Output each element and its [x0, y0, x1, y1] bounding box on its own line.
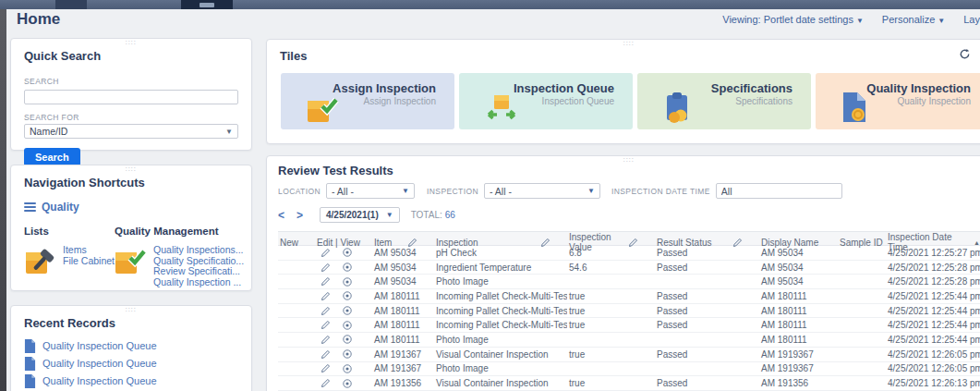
- eye-icon[interactable]: [342, 320, 353, 331]
- inspection-select[interactable]: - All - ▼: [484, 183, 600, 199]
- pencil-icon[interactable]: [732, 238, 743, 248]
- cell-inspection-date-time: 4/25/2021 12:25:28 pm: [886, 276, 980, 287]
- chevron-right-icon[interactable]: >: [296, 209, 315, 222]
- column-header-edit-view[interactable]: Edit | View: [315, 238, 372, 248]
- column-header-label: Sample ID: [840, 238, 883, 248]
- column-header-item[interactable]: Item: [372, 238, 434, 248]
- quality-root-link[interactable]: Quality: [42, 201, 79, 214]
- tile-assign-inspection[interactable]: Assign InspectionAssign Inspection: [281, 73, 454, 129]
- nav-shortcut-link-review-specificati[interactable]: Review Specificati...: [153, 266, 244, 277]
- tile-subtitle: Inspection Queue: [514, 96, 614, 106]
- personalize-menu[interactable]: Personalize▼: [882, 14, 945, 25]
- cell-display-name: AM 95034: [759, 248, 838, 258]
- date-page-value: 4/25/2021(1): [326, 210, 379, 220]
- total-count: TOTAL:66: [411, 210, 455, 220]
- eye-icon[interactable]: [342, 262, 353, 273]
- tiles-portlet: ∷∷ Tiles Assign InspectionAssign Inspect…: [266, 39, 980, 144]
- refresh-icon[interactable]: [959, 48, 971, 60]
- pencil-icon[interactable]: [321, 291, 331, 301]
- eye-icon[interactable]: [342, 290, 353, 301]
- search-input[interactable]: [24, 90, 238, 104]
- portlet-drag-handle[interactable]: ∷∷: [126, 40, 137, 47]
- table-row: AM 95034Ingredient Temperature54.6Passed…: [278, 261, 980, 275]
- results-table: NewEdit | ViewItemInspectionInspection V…: [278, 231, 980, 391]
- nav-shortcut-link-items[interactable]: Items: [63, 245, 115, 256]
- tile-subtitle: Quality Inspection: [866, 96, 971, 106]
- chevron-left-icon[interactable]: <: [278, 209, 296, 222]
- cell-inspection-value: 54.6: [567, 263, 655, 273]
- cell-result-status: Passed: [655, 378, 759, 388]
- pencil-icon[interactable]: [321, 276, 331, 287]
- table-row: AM 180111Incoming Pallet Check-Multi-Tes…: [278, 289, 980, 304]
- tile-inspection-queue[interactable]: Inspection QueueInspection Queue: [459, 73, 633, 129]
- pencil-icon[interactable]: [321, 363, 331, 373]
- search-for-select[interactable]: Name/ID ▼: [24, 124, 238, 139]
- search-button[interactable]: Search: [24, 148, 80, 166]
- cell-inspection-date-time: 4/25/2021 12:26:13 pm: [886, 378, 980, 388]
- nav-shortcut-group-quality-management: Quality ManagementQuality Inspections...…: [115, 226, 244, 287]
- eye-icon[interactable]: [342, 334, 353, 345]
- recent-record-link[interactable]: Quality Inspection Queue: [42, 375, 157, 387]
- portlet-drag-handle[interactable]: ∷∷: [623, 41, 635, 48]
- clipboard-coins-icon: [663, 92, 693, 123]
- table-row: AM 180111Incoming Pallet Check-Multi-Tes…: [278, 304, 980, 319]
- column-header-inspection[interactable]: Inspection: [434, 238, 567, 248]
- eye-icon[interactable]: [342, 276, 353, 287]
- cell-result-status: Passed: [655, 306, 759, 316]
- cell-inspection: Photo Image: [434, 276, 567, 287]
- column-header-new[interactable]: New: [278, 238, 315, 248]
- eye-icon[interactable]: [342, 363, 353, 374]
- chevron-down-icon: ▼: [856, 17, 864, 25]
- column-header-label: New: [280, 238, 298, 248]
- cell-result-status: Passed: [655, 291, 759, 301]
- portlet-drag-handle[interactable]: ∷∷: [126, 307, 137, 314]
- nav-shortcut-link-quality-inspection[interactable]: Quality Inspection ...: [153, 277, 244, 288]
- column-header-display-name[interactable]: Display Name: [759, 238, 838, 248]
- recent-record-link[interactable]: Quality Inspection Queue: [42, 340, 157, 352]
- recent-record-link[interactable]: Quality Inspection Queue: [42, 358, 157, 370]
- top-navigation-bar: [0, 0, 980, 9]
- date-page-select[interactable]: 4/25/2021(1) ▼: [320, 207, 400, 223]
- pencil-icon[interactable]: [407, 238, 417, 248]
- portlet-drag-handle[interactable]: ∷∷: [623, 157, 635, 165]
- column-header-result-status[interactable]: Result Status: [655, 238, 759, 248]
- pencil-icon[interactable]: [321, 306, 331, 316]
- topbar-tab[interactable]: [55, 0, 87, 9]
- topbar-active-tab[interactable]: [181, 0, 233, 9]
- pencil-icon[interactable]: [540, 238, 550, 248]
- pencil-icon[interactable]: [321, 349, 331, 360]
- chevron-down-icon: ▼: [402, 187, 409, 195]
- eye-icon[interactable]: [342, 247, 353, 258]
- recent-record-row: Quality Inspection Queue: [24, 339, 238, 353]
- eye-icon[interactable]: [342, 305, 353, 316]
- eye-icon[interactable]: [342, 348, 353, 360]
- tile-specifications[interactable]: SpecificationsSpecifications: [637, 73, 811, 129]
- cell-inspection-value: true: [567, 349, 655, 360]
- cell-inspection-value: 6.8: [567, 248, 655, 258]
- pencil-icon[interactable]: [321, 320, 331, 330]
- cell-item: AM 180111: [372, 306, 434, 316]
- layout-menu[interactable]: Lay: [963, 14, 980, 25]
- tile-quality-inspection[interactable]: Quality InspectionQuality Inspection: [816, 73, 980, 129]
- column-header-sample-id[interactable]: Sample ID: [838, 238, 886, 248]
- pencil-icon[interactable]: [321, 263, 331, 273]
- viewing-menu[interactable]: Viewing: Portlet date settings▼: [722, 14, 864, 25]
- portlet-drag-handle[interactable]: ∷∷: [126, 166, 137, 174]
- pencil-icon[interactable]: [628, 238, 638, 248]
- nav-group-heading: Lists: [24, 226, 115, 237]
- inspection-label: INSPECTION: [427, 187, 478, 196]
- review-title: Review Test Results: [278, 164, 980, 177]
- recent-record-row: Quality Inspection Queue: [24, 374, 238, 388]
- pencil-icon[interactable]: [321, 378, 331, 388]
- review-test-results-portlet: ∷∷ Review Test Results LOCATION - All - …: [266, 155, 980, 391]
- location-select[interactable]: - All - ▼: [326, 183, 415, 199]
- cell-inspection: pH Check: [434, 248, 567, 258]
- hamburger-icon: [24, 201, 36, 214]
- inspection-datetime-input[interactable]: [716, 183, 842, 199]
- nav-shortcut-link-file-cabinet[interactable]: File Cabinet: [63, 256, 115, 267]
- cell-display-name: AM 191356: [759, 378, 838, 388]
- eye-icon[interactable]: [342, 378, 353, 389]
- pencil-icon[interactable]: [321, 335, 331, 345]
- nav-shortcut-link-quality-inspections[interactable]: Quality Inspections...: [153, 245, 244, 256]
- pencil-icon[interactable]: [321, 248, 331, 258]
